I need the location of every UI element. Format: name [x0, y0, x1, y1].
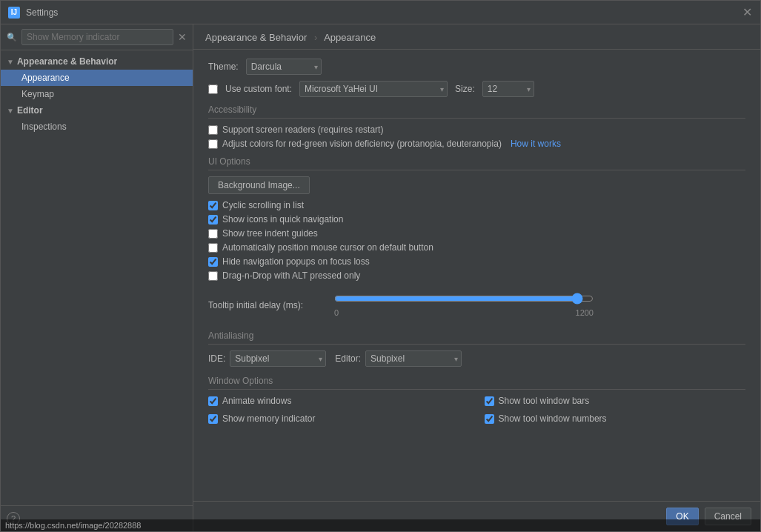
- show-icons-checkbox[interactable]: [208, 215, 218, 225]
- breadcrumb: Appearance & Behavior › Appearance: [193, 24, 760, 50]
- color-blindness-label: Adjust colors for red-green vision defic…: [222, 139, 502, 149]
- hide-navigation-checkbox[interactable]: [208, 257, 218, 267]
- show-tool-window-bars-label: Show tool window bars: [499, 396, 590, 406]
- slider-max-label: 1200: [576, 308, 594, 317]
- color-blindness-row: Adjust colors for red-green vision defic…: [208, 139, 745, 149]
- search-icon: 🔍: [7, 33, 17, 42]
- tree-indent-checkbox[interactable]: [208, 229, 218, 239]
- font-select[interactable]: Microsoft YaHei UI: [299, 81, 448, 97]
- show-tool-window-numbers-checkbox[interactable]: [485, 414, 494, 424]
- accessibility-section-title: Accessibility: [208, 104, 745, 119]
- hide-navigation-row: Hide navigation popups on focus loss: [208, 256, 745, 267]
- drag-n-drop-row: Drag-n-Drop with ALT pressed only: [208, 270, 745, 281]
- cyclic-scrolling-label: Cyclic scrolling in list: [222, 200, 304, 210]
- tree-indent-row: Show tree indent guides: [208, 228, 745, 239]
- collapse-arrow-editor-icon: ▼: [7, 107, 14, 115]
- font-size-select[interactable]: 12 10 14: [482, 81, 534, 97]
- main-panel: Appearance & Behavior › Appearance Theme…: [193, 24, 760, 531]
- antialiasing-row: IDE: Subpixel Greyscale None Editor:: [208, 350, 745, 367]
- collapse-arrow-icon: ▼: [7, 58, 14, 66]
- show-icons-row: Show icons in quick navigation: [208, 214, 745, 225]
- sidebar-section-editor-label: Editor: [17, 105, 43, 116]
- slider-min-label: 0: [334, 308, 339, 317]
- sidebar-item-keymap[interactable]: Keymap: [1, 86, 193, 102]
- slider-labels: 0 1200: [334, 308, 594, 317]
- ide-antialiasing-wrapper: Subpixel Greyscale None: [230, 350, 326, 367]
- url-bar: https://blog.csdn.net/image/20282888: [1, 519, 760, 531]
- tooltip-slider-container: 0 1200: [334, 293, 594, 317]
- background-image-button[interactable]: Background Image...: [208, 176, 310, 194]
- close-button[interactable]: ✕: [741, 7, 753, 19]
- screen-readers-checkbox[interactable]: [208, 125, 218, 135]
- sidebar-item-appearance[interactable]: Appearance: [1, 70, 193, 86]
- breadcrumb-separator: ›: [314, 32, 317, 43]
- main-content-area: 🔍 ✕ ▼ Appearance & Behavior Appearance K…: [1, 24, 760, 531]
- screen-readers-label: Support screen readers (requires restart…: [222, 124, 383, 135]
- sidebar-nav: ▼ Appearance & Behavior Appearance Keyma…: [1, 50, 193, 505]
- ui-options-section-title: UI Options: [208, 156, 745, 170]
- tree-indent-label: Show tree indent guides: [222, 228, 318, 239]
- drag-n-drop-label: Drag-n-Drop with ALT pressed only: [222, 270, 360, 281]
- show-tool-window-bars-row: Show tool window bars: [485, 396, 746, 406]
- animate-windows-row: Animate windows: [208, 396, 470, 406]
- show-tool-window-numbers-label: Show tool window numbers: [499, 413, 607, 424]
- hide-navigation-label: Hide navigation popups on focus loss: [222, 256, 370, 267]
- search-input[interactable]: [21, 29, 173, 45]
- theme-row: Theme: Darcula IntelliJ Light High Contr…: [208, 59, 745, 75]
- sidebar-section-editor[interactable]: ▼ Editor: [1, 102, 193, 119]
- show-tool-window-numbers-row: Show tool window numbers: [485, 413, 746, 424]
- sidebar-search-bar: 🔍 ✕: [1, 24, 193, 50]
- tooltip-slider-row: Tooltip initial delay (ms): 0 1200: [208, 287, 745, 323]
- size-label: Size:: [455, 84, 475, 94]
- editor-antialiasing-label: Editor:: [335, 353, 361, 364]
- show-memory-indicator-label: Show memory indicator: [222, 413, 315, 424]
- theme-label: Theme:: [208, 61, 239, 72]
- settings-window: IJ Settings ✕ 🔍 ✕ ▼ Appearance & Behavio…: [0, 0, 761, 532]
- app-icon: IJ: [8, 7, 20, 19]
- sidebar-item-inspections-label: Inspections: [21, 122, 67, 132]
- how-it-works-link[interactable]: How it works: [511, 139, 561, 149]
- show-memory-indicator-row: Show memory indicator: [208, 413, 470, 424]
- sidebar-section-appearance-behavior[interactable]: ▼ Appearance & Behavior: [1, 53, 193, 70]
- animate-windows-checkbox[interactable]: [208, 396, 218, 406]
- window-title: Settings: [26, 7, 741, 18]
- sidebar: 🔍 ✕ ▼ Appearance & Behavior Appearance K…: [1, 24, 193, 531]
- size-select-wrapper: 12 10 14: [482, 81, 534, 97]
- screen-readers-row: Support screen readers (requires restart…: [208, 124, 745, 135]
- editor-antialiasing-wrapper: Subpixel Greyscale None: [365, 350, 462, 367]
- custom-font-label: Use custom font:: [225, 84, 292, 94]
- custom-font-checkbox[interactable]: [208, 84, 218, 94]
- ide-antialiasing-select[interactable]: Subpixel Greyscale None: [230, 350, 326, 367]
- settings-content: Theme: Darcula IntelliJ Light High Contr…: [193, 50, 760, 501]
- font-row: Use custom font: Microsoft YaHei UI Size…: [208, 81, 745, 97]
- ide-antialiasing-item: IDE: Subpixel Greyscale None: [208, 350, 326, 367]
- color-blindness-checkbox[interactable]: [208, 139, 218, 149]
- sidebar-section-label: Appearance & Behavior: [17, 56, 117, 67]
- theme-select[interactable]: Darcula IntelliJ Light High Contrast: [246, 59, 322, 75]
- breadcrumb-parent: Appearance & Behavior: [205, 32, 307, 43]
- drag-n-drop-checkbox[interactable]: [208, 271, 218, 281]
- editor-antialiasing-item: Editor: Subpixel Greyscale None: [335, 350, 462, 367]
- theme-select-wrapper: Darcula IntelliJ Light High Contrast: [246, 59, 322, 75]
- tooltip-slider[interactable]: [334, 293, 594, 305]
- show-tool-window-bars-checkbox[interactable]: [485, 396, 494, 406]
- window-options-grid: Animate windows Show tool window bars Sh…: [208, 396, 745, 428]
- show-memory-indicator-checkbox[interactable]: [208, 414, 218, 424]
- editor-antialiasing-select[interactable]: Subpixel Greyscale None: [365, 350, 462, 367]
- breadcrumb-current: Appearance: [324, 32, 376, 43]
- cyclic-scrolling-row: Cyclic scrolling in list: [208, 200, 745, 210]
- font-select-wrapper: Microsoft YaHei UI: [299, 81, 448, 97]
- cyclic-scrolling-checkbox[interactable]: [208, 201, 218, 210]
- mouse-cursor-row: Automatically position mouse cursor on d…: [208, 242, 745, 253]
- show-icons-label: Show icons in quick navigation: [222, 214, 343, 225]
- sidebar-item-inspections[interactable]: Inspections ✎: [1, 119, 193, 135]
- mouse-cursor-label: Automatically position mouse cursor on d…: [222, 242, 433, 253]
- clear-search-icon[interactable]: ✕: [178, 31, 187, 43]
- title-bar: IJ Settings ✕: [1, 1, 760, 24]
- ide-antialiasing-label: IDE:: [208, 353, 225, 364]
- animate-windows-label: Animate windows: [222, 396, 291, 406]
- tooltip-label: Tooltip initial delay (ms):: [208, 300, 327, 310]
- antialiasing-section-title: Antialiasing: [208, 330, 745, 345]
- window-options-section-title: Window Options: [208, 376, 745, 390]
- mouse-cursor-checkbox[interactable]: [208, 243, 218, 253]
